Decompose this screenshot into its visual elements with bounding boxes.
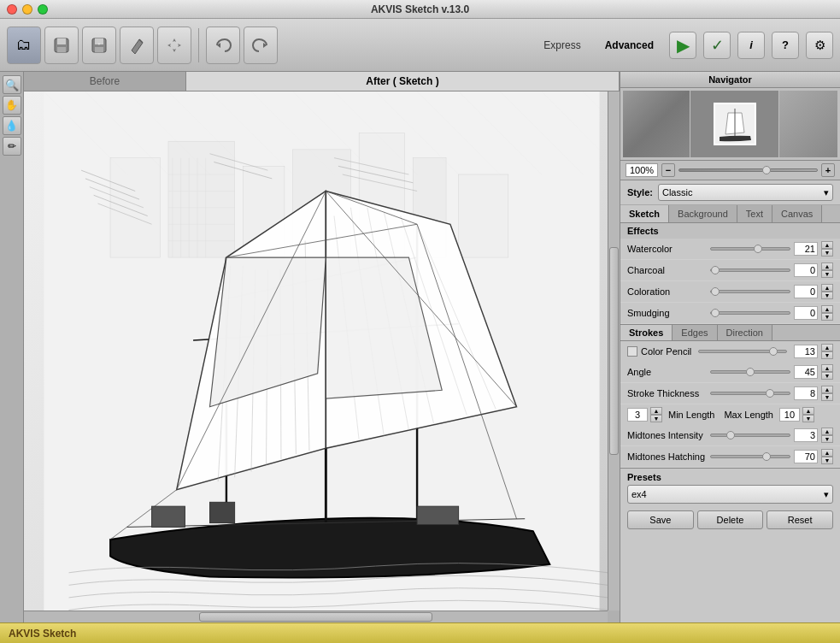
- midtones-hatching-value[interactable]: [794, 450, 818, 463]
- vertical-scrollbar[interactable]: [608, 91, 620, 611]
- watercolor-down[interactable]: ▼: [821, 249, 833, 257]
- zoom-plus-button[interactable]: +: [821, 163, 835, 177]
- midtones-intensity-value[interactable]: [794, 428, 818, 442]
- min-length-stepper[interactable]: ▲ ▼: [650, 407, 662, 422]
- angle-down[interactable]: ▼: [821, 372, 833, 380]
- info-button[interactable]: i: [737, 32, 765, 59]
- zoom-minus-button[interactable]: −: [661, 163, 675, 177]
- max-length-stepper[interactable]: ▲ ▼: [802, 407, 814, 422]
- angle-stepper[interactable]: ▲ ▼: [821, 364, 833, 380]
- horizontal-scrollbar[interactable]: [24, 611, 608, 622]
- midtones-hatching-thumb[interactable]: [762, 452, 771, 461]
- color-pencil-down[interactable]: ▼: [821, 351, 833, 359]
- zoom-value[interactable]: 100%: [626, 163, 658, 177]
- help-button[interactable]: ?: [772, 32, 799, 59]
- min-length-down[interactable]: ▼: [650, 415, 662, 422]
- tab-text[interactable]: Text: [737, 205, 772, 222]
- express-mode-button[interactable]: Express: [535, 36, 589, 55]
- min-length-value[interactable]: [627, 408, 648, 422]
- charcoal-stepper[interactable]: ▲ ▼: [821, 263, 833, 278]
- charcoal-value[interactable]: [794, 263, 818, 277]
- coloration-slider[interactable]: [710, 290, 791, 293]
- midtones-intensity-down[interactable]: ▼: [821, 435, 833, 443]
- charcoal-up[interactable]: ▲: [821, 263, 833, 270]
- watercolor-slider[interactable]: [710, 247, 791, 251]
- vertical-scroll-thumb[interactable]: [609, 247, 619, 455]
- preset-select[interactable]: ex4 ▾: [627, 485, 833, 504]
- hand-tool[interactable]: ✋: [3, 96, 21, 115]
- angle-thumb[interactable]: [746, 368, 755, 376]
- color-pencil-stepper[interactable]: ▲ ▼: [821, 344, 833, 359]
- stroke-thickness-up[interactable]: ▲: [821, 386, 833, 393]
- charcoal-thumb[interactable]: [711, 266, 720, 274]
- midtones-hatching-stepper[interactable]: ▲ ▼: [821, 449, 833, 464]
- tab-sketch[interactable]: Sketch: [620, 205, 669, 222]
- eyedropper-tool[interactable]: 💧: [3, 116, 21, 135]
- after-tab[interactable]: After ( Sketch ): [186, 72, 620, 91]
- tab-background[interactable]: Background: [669, 205, 737, 222]
- midtones-intensity-up[interactable]: ▲: [821, 428, 833, 435]
- save-preset-button[interactable]: Save: [627, 510, 694, 529]
- paint-button[interactable]: [120, 27, 154, 64]
- color-pencil-up[interactable]: ▲: [821, 344, 833, 351]
- midtones-hatching-up[interactable]: ▲: [821, 449, 833, 457]
- charcoal-slider[interactable]: [710, 268, 791, 272]
- tab-direction[interactable]: Direction: [718, 325, 772, 340]
- smudging-value[interactable]: [794, 306, 818, 320]
- watercolor-value[interactable]: [794, 242, 818, 256]
- watercolor-thumb[interactable]: [754, 245, 762, 253]
- window-controls[interactable]: [7, 4, 48, 15]
- close-button[interactable]: [7, 4, 17, 15]
- midtones-intensity-stepper[interactable]: ▲ ▼: [821, 428, 833, 443]
- stroke-thickness-stepper[interactable]: ▲ ▼: [821, 386, 833, 401]
- run-button[interactable]: ▶: [669, 32, 696, 59]
- smudging-up[interactable]: ▲: [821, 305, 833, 313]
- redo-button[interactable]: [244, 27, 278, 64]
- delete-preset-button[interactable]: Delete: [697, 510, 764, 529]
- tab-canvas[interactable]: Canvas: [772, 205, 822, 222]
- midtones-intensity-thumb[interactable]: [726, 431, 735, 439]
- stroke-thickness-slider[interactable]: [710, 392, 791, 395]
- style-select[interactable]: Classic ▾: [658, 184, 833, 201]
- midtones-intensity-slider[interactable]: [710, 434, 791, 437]
- tab-strokes[interactable]: Strokes: [620, 325, 673, 340]
- color-pencil-checkbox[interactable]: [627, 346, 637, 357]
- midtones-hatching-slider[interactable]: [710, 455, 791, 458]
- smudging-stepper[interactable]: ▲ ▼: [821, 305, 833, 321]
- minimize-button[interactable]: [22, 4, 32, 15]
- min-length-up[interactable]: ▲: [650, 407, 662, 415]
- pencil-tool[interactable]: ✏: [3, 137, 21, 156]
- apply-button[interactable]: ✓: [703, 32, 731, 59]
- color-pencil-value[interactable]: [794, 345, 818, 358]
- nav-thumb-center[interactable]: [690, 91, 778, 157]
- color-pencil-slider[interactable]: [698, 350, 787, 353]
- midtones-hatching-down[interactable]: ▼: [821, 457, 833, 464]
- tab-edges[interactable]: Edges: [673, 325, 717, 340]
- coloration-value[interactable]: [794, 285, 818, 298]
- watercolor-up[interactable]: ▲: [821, 241, 833, 249]
- settings-button[interactable]: ⚙: [806, 32, 833, 59]
- charcoal-down[interactable]: ▼: [821, 270, 833, 278]
- canvas-content[interactable]: [24, 91, 620, 622]
- watercolor-stepper[interactable]: ▲ ▼: [821, 241, 833, 257]
- angle-value[interactable]: [794, 365, 818, 379]
- advanced-mode-button[interactable]: Advanced: [596, 36, 662, 55]
- max-length-value[interactable]: [779, 408, 800, 422]
- zoom-slider-thumb[interactable]: [762, 166, 771, 174]
- stroke-thickness-down[interactable]: ▼: [821, 393, 833, 401]
- smudging-down[interactable]: ▼: [821, 313, 833, 321]
- save-before-button[interactable]: [44, 27, 79, 64]
- max-length-up[interactable]: ▲: [802, 407, 814, 415]
- reset-preset-button[interactable]: Reset: [767, 510, 833, 529]
- coloration-down[interactable]: ▼: [821, 292, 833, 299]
- max-length-down[interactable]: ▼: [802, 415, 814, 422]
- smudging-thumb[interactable]: [711, 309, 720, 317]
- move-button[interactable]: [157, 27, 191, 64]
- coloration-up[interactable]: ▲: [821, 284, 833, 292]
- angle-up[interactable]: ▲: [821, 364, 833, 372]
- maximize-button[interactable]: [38, 4, 48, 15]
- smudging-slider[interactable]: [710, 311, 791, 315]
- save-after-button[interactable]: +: [82, 27, 116, 64]
- stroke-thickness-value[interactable]: [794, 386, 818, 400]
- coloration-stepper[interactable]: ▲ ▼: [821, 284, 833, 299]
